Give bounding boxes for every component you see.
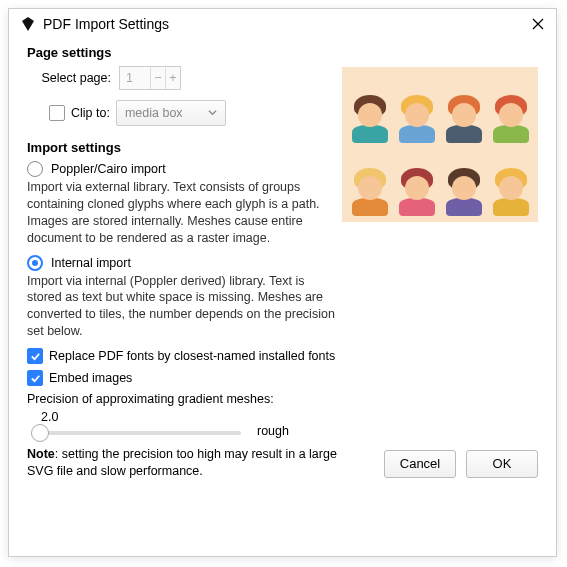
avatar-icon [442,147,485,217]
poppler-radio-label: Poppler/Cairo import [51,162,166,176]
embed-images-checkbox[interactable] [27,370,43,386]
precision-value: 2.0 [41,410,357,424]
select-page-label: Select page: [27,71,111,85]
pdf-import-dialog: PDF Import Settings Page settings Select… [8,8,557,557]
close-button[interactable] [530,16,546,32]
internal-radio[interactable] [27,255,43,271]
select-page-value: 1 [120,71,150,85]
cancel-button[interactable]: Cancel [384,450,456,478]
internal-radio-label: Internal import [51,256,131,270]
spin-down-icon[interactable]: − [150,67,165,89]
internal-description: Import via internal (Poppler derived) li… [27,273,337,341]
replace-fonts-label: Replace PDF fonts by closest-named insta… [49,349,335,363]
avatar-icon [348,147,391,217]
avatar-icon [489,73,532,143]
avatar-icon [348,73,391,143]
clip-to-label: Clip to: [71,106,110,120]
avatar-icon [489,147,532,217]
slider-thumb[interactable] [31,424,49,442]
poppler-description: Import via external library. Text consis… [27,179,337,247]
poppler-radio[interactable] [27,161,43,177]
embed-images-label: Embed images [49,371,132,385]
clip-to-checkbox[interactable] [49,105,65,121]
app-icon [19,15,37,33]
chevron-down-icon [208,106,217,120]
spin-up-icon[interactable]: + [165,67,180,89]
window-title: PDF Import Settings [43,16,530,32]
note-text: : setting the precision too high may res… [27,447,337,478]
clip-to-combo[interactable]: media box [116,100,226,126]
precision-hint: rough [257,424,289,438]
precision-slider[interactable] [31,431,241,435]
avatar-icon [442,73,485,143]
select-page-spinner[interactable]: 1 − + [119,66,181,90]
titlebar: PDF Import Settings [9,9,556,37]
note-strong: Note [27,447,55,461]
import-settings-heading: Import settings [27,140,357,155]
page-preview [342,67,538,222]
avatar-icon [395,73,438,143]
precision-label: Precision of approximating gradient mesh… [27,392,357,406]
ok-button[interactable]: OK [466,450,538,478]
page-settings-heading: Page settings [27,45,357,60]
clip-to-value: media box [125,106,183,120]
replace-fonts-checkbox[interactable] [27,348,43,364]
avatar-icon [395,147,438,217]
precision-note: Note: setting the precision too high may… [27,446,337,480]
